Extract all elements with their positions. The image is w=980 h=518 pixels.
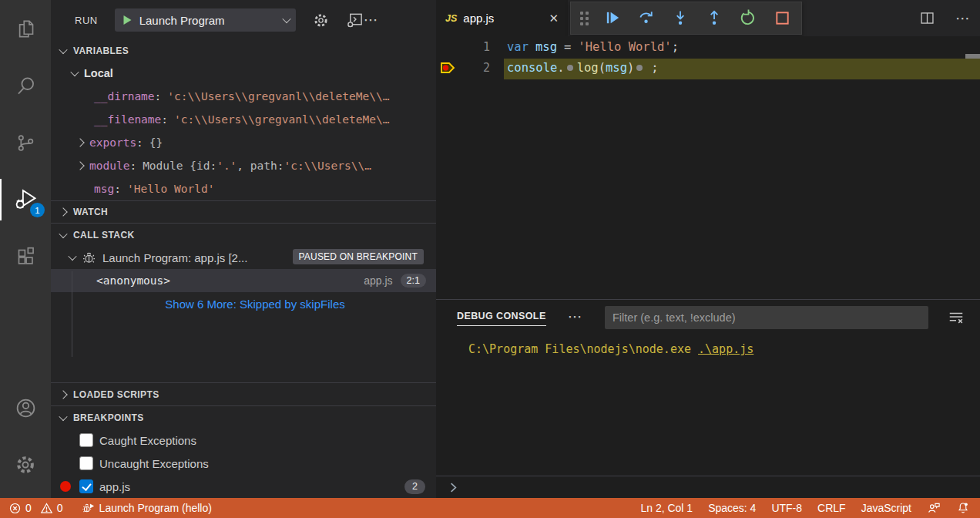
- panel-more-icon[interactable]: ⋯: [568, 313, 583, 324]
- run-debug-sidebar: RUN Launch Program: [51, 0, 436, 498]
- split-editor-icon[interactable]: [919, 10, 935, 26]
- console-filter-input[interactable]: [605, 306, 928, 329]
- debug-alt-icon: [82, 501, 96, 515]
- repl-prompt-chevron-icon: [447, 481, 460, 494]
- code-editor[interactable]: 1 varmsg='Hello World'; 2 console.log(ms…: [436, 36, 980, 299]
- chevron-down-icon: [70, 68, 79, 76]
- search-icon[interactable]: [0, 57, 51, 114]
- settings-gear-icon[interactable]: [0, 436, 51, 493]
- restart-button[interactable]: [739, 8, 758, 28]
- variables-section-header[interactable]: VARIABLES: [51, 40, 436, 62]
- variable-row[interactable]: msg: 'Hello World': [51, 177, 436, 200]
- panel-header: DEBUG CONSOLE ⋯: [436, 300, 980, 336]
- step-out-button[interactable]: [705, 8, 724, 28]
- step-over-button[interactable]: [637, 8, 656, 28]
- indentation[interactable]: Spaces: 4: [706, 498, 758, 518]
- cursor-position[interactable]: Ln 2, Col 1: [638, 498, 695, 518]
- inline-breakpoint-hint-icon[interactable]: [567, 65, 573, 71]
- extensions-icon[interactable]: [0, 228, 51, 285]
- inline-breakpoint-hint-icon[interactable]: [636, 65, 643, 71]
- chevron-right-icon: [59, 207, 67, 216]
- breakpoint-current-line-icon[interactable]: [436, 57, 459, 78]
- breakpoint-row[interactable]: Caught Exceptions: [51, 429, 436, 452]
- tab-debug-console[interactable]: DEBUG CONSOLE: [457, 311, 546, 326]
- watch-section-header[interactable]: WATCH: [51, 200, 436, 223]
- language-mode[interactable]: JavaScript: [859, 498, 914, 518]
- line-number[interactable]: 2: [459, 61, 490, 75]
- tree-indent-guide: [72, 271, 72, 357]
- encoding[interactable]: UTF-8: [769, 498, 804, 518]
- notifications-bell-icon[interactable]: [954, 498, 972, 518]
- debug-config-dropdown[interactable]: Launch Program: [115, 8, 296, 32]
- vscode-window: 1 RUN: [0, 0, 980, 518]
- sidebar-empty-space: [51, 315, 436, 382]
- stack-frame-row-selected[interactable]: <anonymous> app.js 2:1: [51, 269, 436, 292]
- clear-console-icon[interactable]: [948, 309, 965, 326]
- account-icon[interactable]: [0, 379, 51, 436]
- chevron-down-icon: [59, 229, 67, 237]
- breakpoint-count-badge: 2: [404, 479, 425, 494]
- console-output-file-link[interactable]: .\app.js: [698, 342, 753, 356]
- loaded-scripts-section-header[interactable]: LOADED SCRIPTS: [51, 382, 436, 405]
- error-icon: [8, 502, 22, 515]
- breakpoint-row[interactable]: app.js 2: [51, 475, 436, 498]
- code-line-2[interactable]: 2 console.log(msg);: [436, 57, 980, 78]
- eol-sequence[interactable]: CRLF: [815, 498, 848, 518]
- debug-console-panel: DEBUG CONSOLE ⋯ C:\Program Files\nodejs\…: [436, 299, 980, 498]
- more-actions-icon[interactable]: ⋯: [955, 15, 971, 22]
- variable-row-expandable[interactable]: exports: {}: [51, 131, 436, 154]
- editor-group: JS app.js ✕ ⋯: [436, 0, 980, 498]
- debug-config-label: Launch Program: [139, 14, 284, 27]
- tab-bar: JS app.js ✕ ⋯: [436, 0, 980, 36]
- problems-indicator[interactable]: 0 0: [6, 498, 65, 518]
- warning-icon: [40, 502, 53, 515]
- show-more-skipfiles-link[interactable]: Show 6 More: Skipped by skipFiles: [51, 292, 436, 315]
- debug-console-panel-icon[interactable]: [346, 12, 364, 29]
- start-debugging-icon: [121, 14, 133, 26]
- run-title: RUN: [75, 15, 98, 26]
- stop-button[interactable]: [773, 8, 792, 28]
- step-into-button[interactable]: [671, 8, 690, 28]
- source-control-icon[interactable]: [0, 114, 51, 171]
- glyph-margin[interactable]: [436, 36, 459, 57]
- editor-scrollbar-thumb[interactable]: [965, 54, 980, 59]
- activity-bar: 1: [0, 0, 51, 498]
- views-more-actions-icon[interactable]: ⋯: [364, 16, 379, 24]
- console-output-line: C:\Program Files\nodejs\node.exe .\app.j…: [468, 342, 980, 356]
- debug-count-badge: 1: [30, 203, 45, 217]
- breakpoint-dot-icon: [60, 481, 71, 492]
- chevron-down-icon: [282, 15, 290, 23]
- chevron-down-icon: [68, 252, 76, 261]
- feedback-icon[interactable]: [925, 498, 943, 518]
- repl-input-row[interactable]: [436, 476, 980, 498]
- open-launch-json-gear-icon[interactable]: [313, 12, 329, 29]
- uncaught-exceptions-checkbox[interactable]: [79, 456, 93, 470]
- chevron-down-icon: [59, 45, 67, 54]
- debug-session-row[interactable]: Launch Program: app.js [2... PAUSED ON B…: [51, 246, 436, 269]
- explorer-icon[interactable]: [0, 0, 51, 57]
- call-stack-section-header[interactable]: CALL STACK: [51, 223, 436, 246]
- chevron-right-icon: [76, 161, 84, 170]
- variable-row[interactable]: __filename: 'c:\\Users\\gregvanl\\delete…: [51, 108, 436, 131]
- debug-status[interactable]: Launch Program (hello): [79, 498, 214, 518]
- code-line-1[interactable]: 1 varmsg='Hello World';: [436, 36, 980, 57]
- appjs-breakpoint-checkbox[interactable]: [79, 479, 93, 493]
- chevron-right-icon: [59, 390, 67, 399]
- breakpoint-row[interactable]: Uncaught Exceptions: [51, 452, 436, 475]
- paused-on-breakpoint-badge: PAUSED ON BREAKPOINT: [293, 249, 424, 264]
- bug-icon: [82, 251, 96, 265]
- variable-row[interactable]: __dirname: 'c:\\Users\\gregvanl\\deleteM…: [51, 85, 436, 108]
- toolbar-drag-handle[interactable]: [580, 12, 589, 25]
- chevron-down-icon: [59, 412, 67, 420]
- frame-file-label: app.js: [364, 274, 392, 287]
- variable-row-expandable[interactable]: module: Module {id: '.', path: 'c:\\User…: [51, 154, 436, 177]
- tab-appjs[interactable]: JS app.js ✕: [436, 0, 568, 36]
- close-icon[interactable]: ✕: [549, 12, 559, 25]
- breakpoints-section-header[interactable]: BREAKPOINTS: [51, 405, 436, 429]
- run-and-debug-icon[interactable]: 1: [0, 171, 51, 228]
- line-number[interactable]: 1: [459, 40, 490, 54]
- caught-exceptions-checkbox[interactable]: [79, 433, 93, 447]
- active-indicator: [0, 179, 2, 220]
- continue-button[interactable]: [603, 8, 623, 28]
- scope-row-local[interactable]: Local: [51, 62, 436, 85]
